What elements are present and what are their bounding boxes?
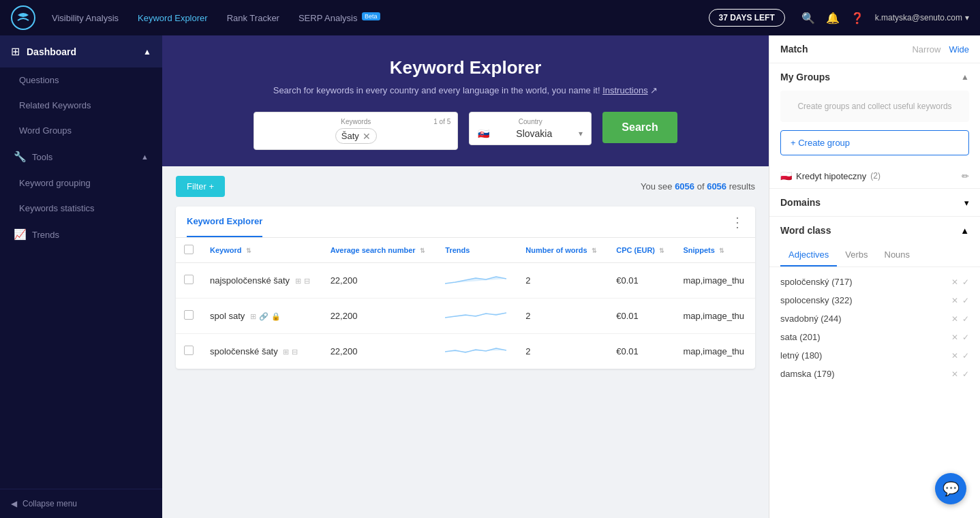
keyword-save-icon[interactable]: ⊟	[304, 277, 310, 286]
sidebar-collapse-menu[interactable]: ◀ Collapse menu	[0, 489, 162, 518]
trial-button[interactable]: 37 DAYS LEFT	[709, 9, 785, 27]
keyword-cell-2: spol saty ⊞ 🔗 🔒	[202, 299, 322, 334]
logo[interactable]	[11, 5, 35, 30]
word-class-header[interactable]: Word class ▲	[769, 217, 980, 244]
country-select-box[interactable]: Country 🇸🇰 Slovakia ▾	[469, 112, 592, 145]
sidebar-item-keywords-statistics[interactable]: Keywords statistics	[0, 196, 162, 221]
match-narrow[interactable]: Narrow	[912, 44, 940, 55]
row-checkbox-1[interactable]	[176, 263, 202, 299]
th-keyword[interactable]: Keyword ⇅	[202, 238, 322, 263]
avg-search-3: 22,200	[322, 334, 438, 369]
th-num-words[interactable]: Number of words ⇅	[517, 238, 608, 263]
body-layout: ⊞ Dashboard ▲ Questions Related Keywords…	[0, 35, 980, 518]
sidebar-trends-label: Trends	[32, 230, 59, 240]
adj-1-check-icon[interactable]: ✓	[962, 296, 969, 305]
th-snippets[interactable]: Snippets ⇅	[675, 238, 755, 263]
instructions-link[interactable]: Instructions	[602, 85, 647, 95]
help-icon[interactable]: ❓	[851, 12, 864, 25]
adj-5-remove-icon[interactable]: ✕	[951, 369, 958, 379]
filter-row: Filter + You see 6056 of 6056 results	[162, 166, 769, 207]
search-button[interactable]: Search	[602, 112, 677, 143]
row-checkbox-3[interactable]	[176, 334, 202, 369]
num-words-3: 2	[517, 334, 608, 369]
chat-button[interactable]: 💬	[935, 473, 966, 504]
th-cpc[interactable]: CPC (EUR) ⇅	[608, 238, 675, 263]
keyword-copy-icon-2[interactable]: ⊞	[250, 312, 256, 321]
domains-section[interactable]: Domains ▾	[769, 189, 980, 217]
country-select[interactable]: 🇸🇰 Slovakia ▾	[478, 128, 583, 139]
external-link-icon: ↗	[650, 85, 658, 95]
sidebar-item-keyword-grouping[interactable]: Keyword grouping	[0, 170, 162, 196]
sidebar-item-questions[interactable]: Questions	[0, 67, 162, 93]
search-icon[interactable]: 🔍	[801, 12, 815, 25]
create-group-button[interactable]: + Create group	[780, 130, 969, 155]
nav-visibility[interactable]: Visibility Analysis	[52, 13, 119, 23]
keyword-lock-icon-2[interactable]: 🔒	[271, 312, 281, 321]
table-tab-keyword-explorer[interactable]: Keyword Explorer	[187, 207, 262, 237]
adj-3-check-icon[interactable]: ✓	[962, 333, 969, 342]
serp-badge: Beta	[362, 12, 380, 20]
match-wide[interactable]: Wide	[949, 44, 969, 55]
snippets-1: map,image_thu	[675, 263, 755, 299]
sidebar-tools-label: Tools	[32, 152, 52, 162]
group-edit-icon[interactable]: ✏	[962, 171, 969, 181]
adj-3-remove-icon[interactable]: ✕	[951, 333, 958, 342]
keyword-link-icon-2[interactable]: 🔗	[259, 312, 269, 321]
adj-2-check-icon[interactable]: ✓	[962, 314, 969, 324]
grid-icon: ⊞	[11, 45, 20, 58]
my-groups-header[interactable]: My Groups ▲	[769, 63, 980, 91]
match-section: Match Narrow Wide	[769, 35, 980, 63]
select-all-checkbox[interactable]	[184, 245, 194, 254]
nav-rank-tracker[interactable]: Rank Tracker	[227, 13, 279, 23]
filter-button[interactable]: Filter +	[176, 176, 225, 197]
tab-nouns[interactable]: Nouns	[876, 244, 919, 266]
collapse-icon: ◀	[11, 499, 17, 508]
words-sort-icon: ⇅	[592, 247, 597, 254]
country-dropdown-arrow[interactable]: ▾	[579, 129, 583, 138]
adj-1-remove-icon[interactable]: ✕	[951, 296, 958, 305]
keyword-tag-saty[interactable]: Šaty ✕	[335, 128, 377, 144]
keyword-tag-close[interactable]: ✕	[363, 132, 371, 141]
adj-4-remove-icon[interactable]: ✕	[951, 351, 958, 361]
group-name[interactable]: 🇵🇱 Kredyt hipoteczny (2)	[780, 170, 881, 181]
keyword-copy-icon[interactable]: ⊞	[295, 277, 301, 286]
th-trends[interactable]: Trends	[437, 238, 517, 263]
country-flag: 🇸🇰	[478, 128, 489, 139]
adj-0-remove-icon[interactable]: ✕	[951, 277, 958, 287]
list-item: spolocensky (322) ✕ ✓	[769, 291, 980, 309]
nav-keyword-explorer[interactable]: Keyword Explorer	[138, 13, 208, 23]
table-menu-icon[interactable]: ⋮	[731, 214, 744, 230]
right-panel: Match Narrow Wide My Groups ▲ Create gro…	[769, 35, 980, 518]
adj-4-check-icon[interactable]: ✓	[962, 351, 969, 361]
sidebar-tools-section[interactable]: 🔧 Tools ▲	[0, 143, 162, 170]
my-groups-chevron-icon: ▲	[961, 72, 969, 82]
adj-2-remove-icon[interactable]: ✕	[951, 314, 958, 324]
sidebar-item-word-groups[interactable]: Word Groups	[0, 118, 162, 143]
keyword-save-icon-3[interactable]: ⊟	[292, 348, 298, 356]
notification-icon[interactable]: 🔔	[826, 12, 840, 25]
row-checkbox-2[interactable]	[176, 299, 202, 334]
tab-verbs[interactable]: Verbs	[837, 244, 876, 266]
snippets-sort-icon: ⇅	[719, 247, 724, 254]
nav-serp-analysis[interactable]: SERP Analysis Beta	[298, 13, 380, 23]
adj-0-check-icon[interactable]: ✓	[962, 277, 969, 287]
th-checkbox[interactable]	[176, 238, 202, 263]
trend-1	[437, 263, 517, 299]
table-header: Keyword Explorer ⋮	[176, 207, 755, 238]
cpc-3: €0.01	[608, 334, 675, 369]
list-item: sata (201) ✕ ✓	[769, 328, 980, 346]
user-menu[interactable]: k.matyska@senuto.com ▾	[875, 13, 969, 22]
keyword-cell-3: spoločenské šaty ⊞ ⊟	[202, 334, 322, 369]
group-flag: 🇵🇱	[780, 170, 792, 181]
keywords-label: Keywords	[262, 118, 449, 125]
tools-chevron-icon: ▲	[141, 153, 149, 161]
th-avg-search[interactable]: Average search number ⇅	[322, 238, 438, 263]
sidebar-dashboard[interactable]: ⊞ Dashboard ▲	[0, 35, 162, 67]
adj-5-check-icon[interactable]: ✓	[962, 369, 969, 379]
sidebar-item-related-keywords[interactable]: Related Keywords	[0, 93, 162, 118]
sidebar-dashboard-label: Dashboard	[27, 46, 76, 57]
keyword-copy-icon-3[interactable]: ⊞	[283, 348, 289, 356]
sidebar-trends-section[interactable]: 📈 Trends	[0, 221, 162, 248]
tab-adjectives[interactable]: Adjectives	[780, 244, 837, 266]
keywords-counter: 1 of 5	[433, 118, 450, 125]
